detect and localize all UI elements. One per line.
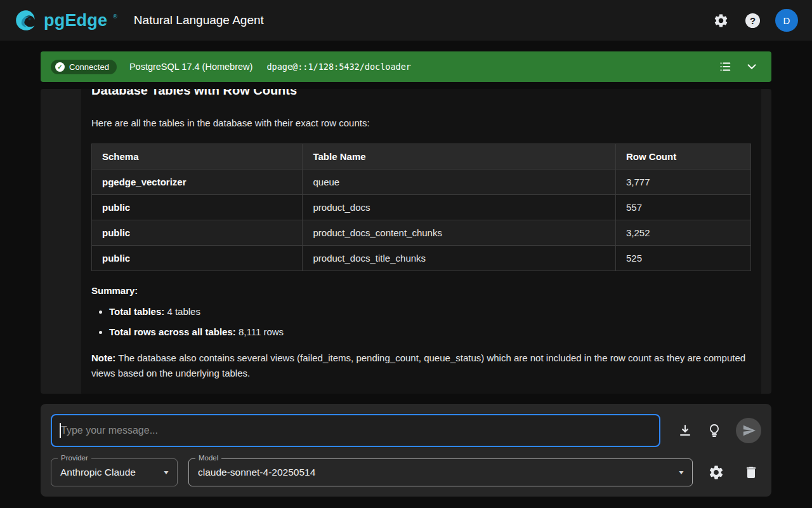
provider-select[interactable]: Provider Anthropic Claude ▼ [51, 458, 178, 486]
app-header: pgEdge ® Natural Language Agent ? D [0, 0, 812, 41]
column-header-row-count: Row Count [615, 144, 750, 170]
cell-schema: pgedge_vectorizer [92, 170, 303, 195]
chat-settings-button[interactable] [707, 463, 726, 482]
text-caret [60, 423, 61, 438]
table-row: public product_docs_content_chunks 3,252 [92, 220, 751, 246]
server-version: PostgreSQL 17.4 (Homebrew) [129, 62, 253, 72]
suggestions-button[interactable] [705, 422, 723, 439]
message-input-wrapper [51, 414, 660, 447]
cell-row-count: 3,777 [615, 170, 750, 195]
provider-value: Anthropic Claude [60, 467, 136, 478]
composer-panel: Provider Anthropic Claude ▼ Model claude… [41, 404, 771, 497]
gear-icon [708, 464, 724, 481]
connection-status-badge: ✓ Connected [51, 60, 117, 74]
cell-schema: public [92, 220, 303, 246]
help-button[interactable]: ? [744, 12, 761, 29]
connection-string: dpage@::1/128:5432/docloader [266, 62, 411, 72]
cell-table-name: product_docs_title_chunks [303, 246, 616, 271]
column-header-table-name: Table Name [303, 144, 616, 170]
bullet-label: Total rows across all tables: [109, 326, 236, 337]
help-icon: ? [745, 13, 760, 28]
check-circle-icon: ✓ [55, 62, 65, 72]
connection-status-label: Connected [69, 62, 109, 72]
message-intro: Here are all the tables in the database … [91, 116, 751, 131]
column-header-schema: Schema [92, 144, 303, 170]
brand: pgEdge ® [14, 8, 117, 32]
brand-registered-mark: ® [113, 13, 117, 20]
table-row: public product_docs 557 [92, 195, 751, 220]
bullet-value: 4 tables [164, 306, 200, 317]
cell-row-count: 3,252 [615, 220, 750, 246]
message-input[interactable] [51, 414, 660, 447]
trash-icon [743, 465, 759, 480]
list-item: Total tables: 4 tables [109, 305, 751, 319]
note-text: The database also contains several views… [91, 352, 745, 378]
user-avatar[interactable]: D [775, 9, 798, 32]
assistant-message: Database Tables with Row Counts Here are… [81, 89, 761, 394]
row-counts-table: Schema Table Name Row Count pgedge_vecto… [91, 144, 751, 271]
pgedge-logo [14, 8, 38, 32]
model-value: claude-sonnet-4-20250514 [198, 467, 315, 478]
cell-schema: public [92, 246, 303, 271]
list-item: Total rows across all tables: 8,111 rows [109, 325, 751, 339]
model-label: Model [195, 454, 221, 462]
table-row: public product_docs_title_chunks 525 [92, 246, 751, 271]
clear-chat-button[interactable] [742, 464, 760, 481]
summary-label: Summary: [91, 285, 751, 296]
note-paragraph: Note: The database also contains several… [91, 351, 751, 381]
note-label: Note: [91, 352, 115, 363]
connection-collapse-button[interactable] [743, 58, 760, 75]
summary-list: Total tables: 4 tables Total rows across… [91, 305, 751, 339]
page-title: Natural Language Agent [134, 13, 264, 27]
table-row: pgedge_vectorizer queue 3,777 [92, 170, 751, 195]
bullet-label: Total tables: [109, 306, 164, 317]
message-heading: Database Tables with Row Counts [91, 89, 751, 99]
cell-row-count: 557 [615, 195, 750, 220]
connection-bar: ✓ Connected PostgreSQL 17.4 (Homebrew) d… [41, 51, 771, 82]
cell-schema: public [92, 195, 303, 220]
caret-down-icon: ▼ [162, 469, 170, 476]
caret-down-icon: ▼ [678, 469, 685, 476]
chat-scroll-area[interactable]: Database Tables with Row Counts Here are… [41, 89, 771, 394]
download-icon [678, 423, 693, 438]
lightbulb-icon [707, 423, 722, 438]
brand-text: pgEdge [44, 11, 107, 30]
cell-table-name: product_docs [303, 195, 616, 220]
send-icon [742, 424, 756, 438]
send-button[interactable] [736, 418, 761, 443]
connection-list-button[interactable] [717, 58, 733, 75]
model-select[interactable]: Model claude-sonnet-4-20250514 ▼ [188, 458, 693, 486]
table-header-row: Schema Table Name Row Count [92, 144, 751, 170]
cell-row-count: 525 [615, 246, 750, 271]
gear-icon [713, 13, 729, 29]
chevron-down-icon [745, 60, 759, 74]
bullet-value: 8,111 rows [236, 326, 284, 337]
cell-table-name: product_docs_content_chunks [303, 220, 616, 246]
settings-button[interactable] [712, 11, 730, 30]
download-button[interactable] [676, 422, 694, 439]
list-icon [718, 60, 732, 74]
cell-table-name: queue [303, 170, 616, 195]
provider-label: Provider [58, 454, 91, 462]
